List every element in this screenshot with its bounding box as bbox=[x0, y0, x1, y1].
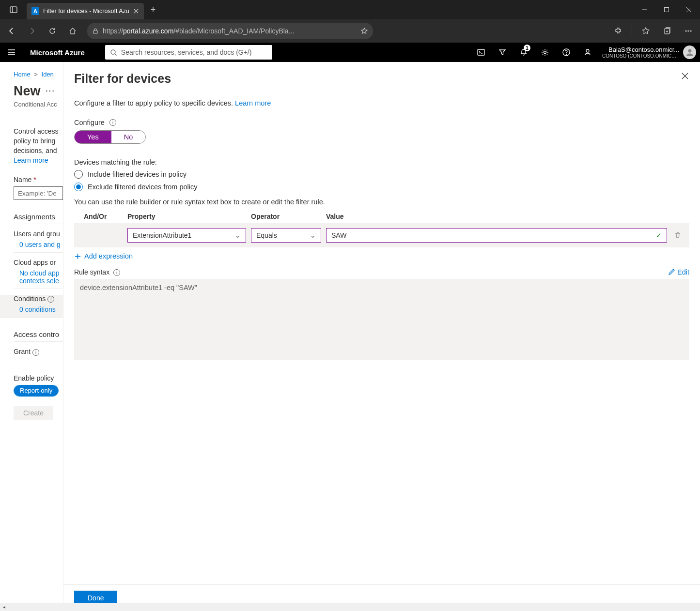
window-close-button[interactable] bbox=[678, 0, 700, 19]
property-select[interactable]: ExtensionAttribute1 ⌄ bbox=[127, 228, 246, 243]
svg-point-26 bbox=[688, 49, 691, 53]
account-menu[interactable]: BalaS@contoso.onmicr... CONTOSO (CONTOSO… bbox=[598, 46, 700, 59]
browser-tab[interactable]: A Filter for devices - Microsoft Azu bbox=[27, 3, 144, 19]
notification-badge: 1 bbox=[524, 45, 530, 51]
info-icon[interactable]: i bbox=[109, 119, 116, 126]
rule-description: You can use the rule builder or rule syn… bbox=[74, 198, 689, 206]
info-icon[interactable]: i bbox=[113, 269, 120, 276]
brand-label[interactable]: Microsoft Azure bbox=[23, 48, 92, 57]
portal-search-input[interactable]: Search resources, services, and docs (G+… bbox=[105, 45, 272, 60]
page-subtitle: Conditional Acc bbox=[14, 101, 63, 108]
svg-point-25 bbox=[586, 49, 589, 52]
users-groups-item[interactable]: Users and grou 0 users and g bbox=[14, 230, 63, 253]
grant-item[interactable]: Granti bbox=[14, 348, 63, 359]
nav-forward-button[interactable] bbox=[22, 21, 42, 41]
svg-point-18 bbox=[111, 50, 115, 54]
feedback-button[interactable] bbox=[577, 43, 598, 62]
radio-exclude[interactable]: Exclude filtered devices from policy bbox=[74, 183, 689, 191]
rule-row: ExtensionAttribute1 ⌄ Equals ⌄ SAW ✓ bbox=[74, 223, 689, 247]
window-minimize-button[interactable] bbox=[633, 0, 655, 19]
value-input[interactable]: SAW ✓ bbox=[326, 228, 667, 243]
breadcrumb: Home > Iden bbox=[14, 71, 63, 78]
policy-form-pane: Home > Iden New ··· Conditional Acc Cont… bbox=[0, 62, 63, 611]
svg-rect-0 bbox=[10, 7, 17, 13]
notifications-button[interactable]: 1 bbox=[513, 43, 534, 62]
cloud-apps-item[interactable]: Cloud apps or No cloud appcontexts sele bbox=[14, 259, 63, 289]
access-controls-heading: Access contro bbox=[14, 330, 63, 342]
lock-icon bbox=[92, 28, 99, 34]
delete-row-button[interactable] bbox=[672, 231, 684, 239]
plus-icon bbox=[74, 253, 81, 260]
url-text: https://portal.azure.com/#blade/Microsof… bbox=[103, 27, 353, 35]
info-icon: i bbox=[32, 349, 39, 356]
rule-mode-label: Devices matching the rule: bbox=[74, 158, 689, 166]
learn-more-link[interactable]: Learn more bbox=[14, 155, 63, 165]
edit-syntax-button[interactable]: Edit bbox=[668, 268, 689, 276]
configure-label: Configure bbox=[74, 119, 105, 126]
collections-icon[interactable] bbox=[657, 21, 677, 41]
svg-point-14 bbox=[690, 31, 692, 32]
operator-select[interactable]: Equals ⌄ bbox=[251, 228, 321, 243]
enable-policy-label: Enable policy bbox=[14, 374, 63, 382]
learn-more-link[interactable]: Learn more bbox=[235, 99, 271, 107]
favorite-icon[interactable] bbox=[357, 21, 372, 41]
tab-title: Filter for devices - Microsoft Azu bbox=[43, 8, 129, 15]
svg-point-24 bbox=[566, 54, 566, 54]
add-expression-button[interactable]: Add expression bbox=[74, 252, 133, 260]
account-email: BalaS@contoso.onmicr... bbox=[602, 46, 679, 53]
browser-titlebar: A Filter for devices - Microsoft Azu + bbox=[0, 0, 700, 19]
help-button[interactable] bbox=[556, 43, 577, 62]
name-label: Name * bbox=[14, 176, 63, 183]
svg-point-13 bbox=[688, 31, 689, 32]
extensions-icon[interactable] bbox=[608, 21, 628, 41]
search-icon bbox=[110, 49, 117, 56]
browser-address-bar: https://portal.azure.com/#blade/Microsof… bbox=[0, 19, 700, 43]
chevron-down-icon: ⌄ bbox=[235, 231, 241, 239]
azure-topbar: Microsoft Azure Search resources, servic… bbox=[0, 43, 700, 62]
favorites-icon[interactable] bbox=[636, 21, 655, 41]
col-property: Property bbox=[127, 213, 251, 220]
chevron-down-icon: ⌄ bbox=[310, 231, 316, 239]
checkmark-icon: ✓ bbox=[656, 231, 662, 239]
directory-filter-button[interactable] bbox=[492, 43, 513, 62]
svg-rect-20 bbox=[478, 49, 484, 55]
panel-title: Filter for devices bbox=[74, 72, 171, 86]
assignments-heading: Assignments bbox=[14, 213, 63, 224]
close-panel-button[interactable] bbox=[681, 72, 689, 82]
conditions-item[interactable]: Conditionsi 0 conditions bbox=[0, 295, 63, 318]
tab-panel-button[interactable] bbox=[0, 0, 27, 19]
portal-menu-button[interactable] bbox=[0, 43, 23, 62]
svg-line-19 bbox=[115, 54, 117, 56]
horizontal-scrollbar[interactable]: ◂ bbox=[0, 603, 700, 611]
cloud-shell-button[interactable] bbox=[470, 43, 492, 62]
nav-refresh-button[interactable] bbox=[43, 21, 62, 41]
svg-rect-8 bbox=[93, 31, 97, 33]
breadcrumb-identity[interactable]: Iden bbox=[42, 71, 54, 78]
search-placeholder: Search resources, services, and docs (G+… bbox=[121, 48, 252, 56]
new-tab-button[interactable]: + bbox=[144, 5, 163, 15]
policy-name-input[interactable] bbox=[14, 186, 63, 200]
tab-close-icon[interactable] bbox=[133, 8, 139, 14]
settings-button[interactable] bbox=[534, 43, 556, 62]
rule-syntax-label: Rule syntax i bbox=[74, 268, 120, 276]
create-button[interactable]: Create bbox=[14, 406, 53, 420]
rule-syntax-textbox[interactable]: device.extensionAttribute1 -eq "SAW" bbox=[74, 279, 689, 360]
enable-policy-toggle[interactable]: Report-only bbox=[14, 385, 59, 397]
radio-include[interactable]: Include filtered devices in policy bbox=[74, 170, 689, 179]
scroll-left-icon[interactable]: ◂ bbox=[0, 603, 8, 611]
window-maximize-button[interactable] bbox=[655, 0, 678, 19]
tab-favicon-icon: A bbox=[31, 7, 39, 15]
breadcrumb-home[interactable]: Home bbox=[14, 71, 31, 78]
toggle-yes[interactable]: Yes bbox=[75, 131, 111, 143]
more-icon[interactable] bbox=[679, 21, 698, 41]
col-andor: And/Or bbox=[84, 213, 127, 220]
nav-home-button[interactable] bbox=[63, 21, 82, 41]
svg-point-22 bbox=[544, 51, 546, 54]
avatar-icon bbox=[683, 46, 696, 59]
nav-back-button[interactable] bbox=[2, 21, 21, 41]
pencil-icon bbox=[668, 268, 675, 275]
configure-toggle[interactable]: Yes No bbox=[74, 130, 146, 144]
toggle-no[interactable]: No bbox=[111, 131, 146, 143]
url-field[interactable]: https://portal.azure.com/#blade/Microsof… bbox=[87, 23, 373, 39]
svg-rect-5 bbox=[665, 8, 669, 12]
